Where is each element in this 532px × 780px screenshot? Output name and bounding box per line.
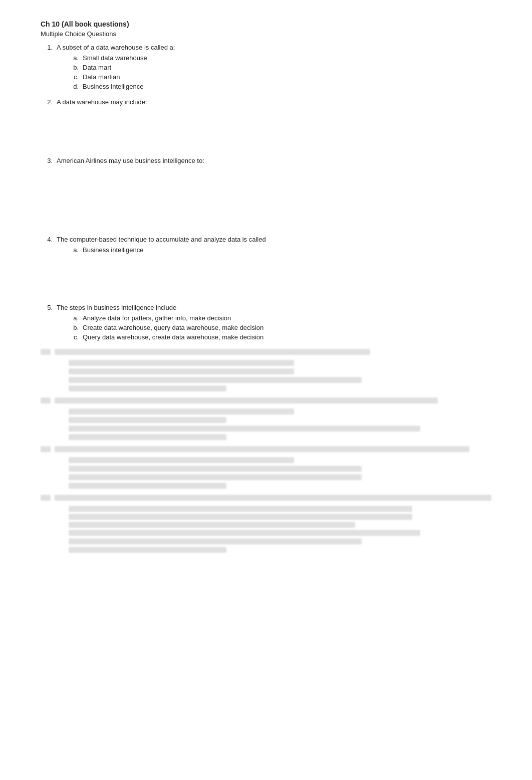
answer-text-5a: Analyze data for patters, gather info, m… <box>83 314 491 322</box>
blurred-question-8 <box>41 446 491 489</box>
answer-text-4a: Business intelligence <box>83 246 491 254</box>
blurred-question-6 <box>41 349 491 392</box>
answer-5b: b. Create data warehouse, query data war… <box>69 324 491 331</box>
page-subtitle: Multiple Choice Questions <box>41 30 491 38</box>
question-num-2: 2. <box>41 98 53 106</box>
question-item-3: 3. American Airlines may use business in… <box>41 157 491 228</box>
answer-5c: c. Query data warehouse, create data war… <box>69 333 491 341</box>
answer-letter-5a: a. <box>69 314 79 322</box>
blurred-section <box>41 349 491 553</box>
blurred-question-9 <box>41 495 491 553</box>
answer-list-5: a. Analyze data for patters, gather info… <box>41 314 491 341</box>
question-item-5: 5. The steps in business intelligence in… <box>41 304 491 341</box>
question-text-4: The computer-based technique to accumula… <box>57 236 491 243</box>
answer-text-5b: Create data warehouse, query data wareho… <box>83 324 491 331</box>
question-text-1: A subset of a data warehouse is called a… <box>57 44 491 51</box>
question-list: 1. A subset of a data warehouse is calle… <box>41 44 491 341</box>
question-text-2: A data warehouse may include: <box>57 98 491 106</box>
answer-1c: c. Data martian <box>69 73 491 81</box>
question-num-5: 5. <box>41 304 53 311</box>
spacer-3 <box>41 167 491 228</box>
answer-1d: d. Business intelligence <box>69 83 491 90</box>
answer-text-1b: Data mart <box>83 64 491 71</box>
question-item-1: 1. A subset of a data warehouse is calle… <box>41 44 491 90</box>
answer-letter-4a: a. <box>69 246 79 254</box>
answer-letter-5b: b. <box>69 324 79 331</box>
answer-text-1d: Business intelligence <box>83 83 491 90</box>
question-num-1: 1. <box>41 44 53 51</box>
answer-text-1a: Small data warehouse <box>83 54 491 62</box>
answer-5a: a. Analyze data for patters, gather info… <box>69 314 491 322</box>
page-content: Ch 10 (All book questions) Multiple Choi… <box>41 20 491 553</box>
blurred-question-7 <box>41 398 491 440</box>
answer-list-4: a. Business intelligence <box>41 246 491 254</box>
question-num-3: 3. <box>41 157 53 164</box>
spacer-2 <box>41 109 491 149</box>
question-item-2: 2. A data warehouse may include: <box>41 98 491 149</box>
question-text-5: The steps in business intelligence inclu… <box>57 304 491 311</box>
answer-letter-1a: a. <box>69 54 79 62</box>
answer-letter-1d: d. <box>69 83 79 90</box>
page-title: Ch 10 (All book questions) <box>41 20 491 28</box>
answer-letter-1c: c. <box>69 73 79 81</box>
question-item-4: 4. The computer-based technique to accum… <box>41 236 491 296</box>
answer-text-1c: Data martian <box>83 73 491 81</box>
answer-1b: b. Data mart <box>69 64 491 71</box>
spacer-4 <box>41 256 491 296</box>
answer-list-1: a. Small data warehouse b. Data mart c. … <box>41 54 491 90</box>
answer-text-5c: Query data warehouse, create data wareho… <box>83 333 491 341</box>
question-text-3: American Airlines may use business intel… <box>57 157 491 164</box>
answer-letter-5c: c. <box>69 333 79 341</box>
answer-letter-1b: b. <box>69 64 79 71</box>
answer-4a: a. Business intelligence <box>69 246 491 254</box>
question-num-4: 4. <box>41 236 53 243</box>
answer-1a: a. Small data warehouse <box>69 54 491 62</box>
